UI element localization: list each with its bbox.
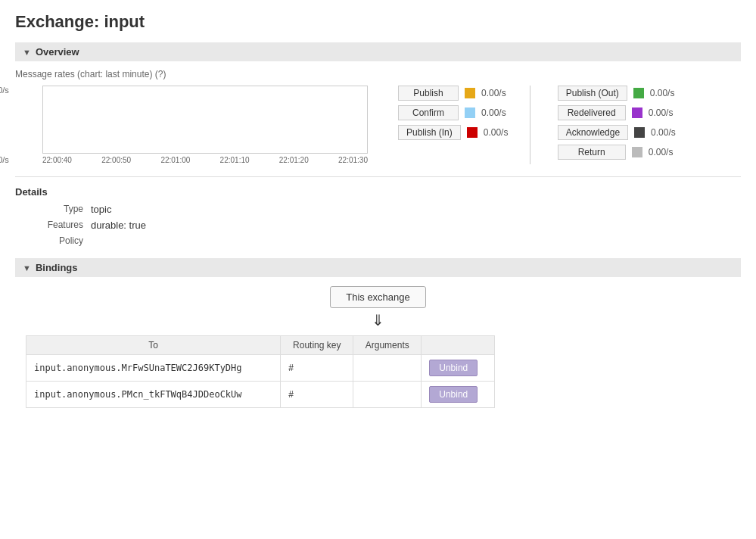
confirm-color — [465, 107, 475, 118]
chart-box — [42, 86, 368, 154]
unbind-button-0[interactable]: Unbind — [429, 360, 478, 376]
exchange-box: This exchange — [330, 286, 426, 308]
metric-publish-in: Publish (In) 0.00/s — [398, 125, 518, 140]
metrics-container: Publish 0.00/s Confirm 0.00/s Publish (I… — [398, 86, 685, 164]
binding-action-0: Unbind — [422, 355, 495, 382]
type-label: Type — [23, 204, 83, 215]
binding-arguments-1 — [353, 382, 422, 408]
acknowledge-color — [634, 127, 645, 138]
publish-color — [465, 88, 475, 98]
page-title: Exchange: input — [15, 12, 741, 32]
publish-out-button[interactable]: Publish (Out) — [558, 86, 627, 101]
chart-section: 1.0/s 0.0/s 22:00:40 22:00:50 22:01:00 2… — [15, 86, 368, 164]
chart-wrapper: 1.0/s 0.0/s 22:00:40 22:00:50 22:01:00 2… — [15, 86, 368, 164]
metrics-divider — [530, 86, 530, 164]
x-label-0: 22:00:40 — [42, 156, 72, 164]
publish-in-color — [467, 127, 478, 138]
y-top-label: 1.0/s — [0, 86, 9, 95]
message-rates-label: Message rates (chart: last minute) (?) — [15, 69, 741, 79]
publish-in-button[interactable]: Publish (In) — [398, 125, 461, 140]
binding-action-1: Unbind — [422, 382, 495, 408]
x-label-5: 22:01:30 — [338, 156, 368, 164]
redelivered-button[interactable]: Redelivered — [558, 105, 626, 120]
metric-acknowledge: Acknowledge 0.00/s — [558, 125, 685, 140]
policy-label: Policy — [23, 235, 83, 246]
confirm-button[interactable]: Confirm — [398, 105, 459, 120]
metric-return: Return 0.00/s — [558, 145, 685, 160]
publish-button[interactable]: Publish — [398, 86, 459, 101]
publish-out-color — [633, 88, 644, 98]
x-label-2: 22:01:00 — [160, 156, 190, 164]
publish-value: 0.00/s — [481, 88, 515, 98]
bindings-label: Bindings — [36, 262, 78, 273]
features-value: durable: true — [91, 220, 741, 231]
overview-section-header: ▼ Overview — [15, 42, 741, 61]
publish-out-value: 0.00/s — [650, 88, 684, 98]
return-button[interactable]: Return — [558, 145, 626, 160]
metric-confirm: Confirm 0.00/s — [398, 105, 518, 120]
metric-redelivered: Redelivered 0.00/s — [558, 105, 685, 120]
policy-value — [91, 235, 741, 246]
bindings-section: ▼ Bindings This exchange ⇓ To Routing ke… — [15, 258, 741, 408]
metrics-left: Publish 0.00/s Confirm 0.00/s Publish (I… — [398, 86, 518, 140]
bindings-table-header-row: To Routing key Arguments — [26, 336, 495, 355]
binding-routing-key-1: # — [281, 382, 353, 408]
type-value: topic — [91, 204, 741, 215]
col-header-action — [422, 336, 495, 355]
return-color — [632, 147, 642, 157]
overview-arrow-icon: ▼ — [23, 48, 31, 57]
col-header-routing-key: Routing key — [281, 336, 353, 355]
arrow-down-icon: ⇓ — [15, 311, 741, 329]
exchange-node: This exchange — [15, 286, 741, 308]
bindings-section-header: ▼ Bindings — [15, 258, 741, 277]
bindings-table: To Routing key Arguments input.anonymous… — [26, 335, 495, 408]
chart-area: 1.0/s 0.0/s 22:00:40 22:00:50 22:01:00 2… — [15, 86, 741, 164]
details-grid: Type topic Features durable: true Policy — [15, 204, 741, 246]
table-row: input.anonymous.PMcn_tkFTWqB4JDDeoCkUw#U… — [26, 382, 495, 408]
x-label-3: 22:01:10 — [220, 156, 250, 164]
binding-to-0: input.anonymous.MrFwSUnaTEWC2J69KTyDHg — [26, 355, 281, 382]
binding-to-1: input.anonymous.PMcn_tkFTWqB4JDDeoCkUw — [26, 382, 281, 408]
acknowledge-value: 0.00/s — [651, 127, 685, 138]
overview-label: Overview — [36, 46, 79, 58]
unbind-button-1[interactable]: Unbind — [429, 386, 478, 403]
details-title: Details — [15, 186, 741, 198]
col-header-to: To — [26, 336, 281, 355]
metrics-right: Publish (Out) 0.00/s Redelivered 0.00/s … — [558, 86, 685, 160]
table-row: input.anonymous.MrFwSUnaTEWC2J69KTyDHg#U… — [26, 355, 495, 382]
confirm-value: 0.00/s — [481, 107, 515, 118]
details-section: Details Type topic Features durable: tru… — [15, 186, 741, 246]
redelivered-color — [632, 107, 642, 118]
details-divider — [15, 176, 741, 177]
features-label: Features — [23, 220, 83, 231]
binding-arguments-0 — [353, 355, 422, 382]
x-label-1: 22:00:50 — [101, 156, 131, 164]
metric-publish-out: Publish (Out) 0.00/s — [558, 86, 685, 101]
x-label-4: 22:01:20 — [279, 156, 309, 164]
col-header-arguments: Arguments — [353, 336, 422, 355]
redelivered-value: 0.00/s — [649, 107, 683, 118]
chart-x-labels: 22:00:40 22:00:50 22:01:00 22:01:10 22:0… — [42, 156, 368, 164]
publish-in-value: 0.00/s — [484, 127, 518, 138]
y-bottom-label: 0.0/s — [0, 155, 9, 164]
chart-y-labels: 1.0/s 0.0/s — [0, 86, 9, 164]
return-value: 0.00/s — [649, 147, 683, 157]
bindings-arrow-icon: ▼ — [23, 263, 31, 273]
acknowledge-button[interactable]: Acknowledge — [558, 125, 628, 140]
metric-publish: Publish 0.00/s — [398, 86, 518, 101]
binding-routing-key-0: # — [281, 355, 353, 382]
